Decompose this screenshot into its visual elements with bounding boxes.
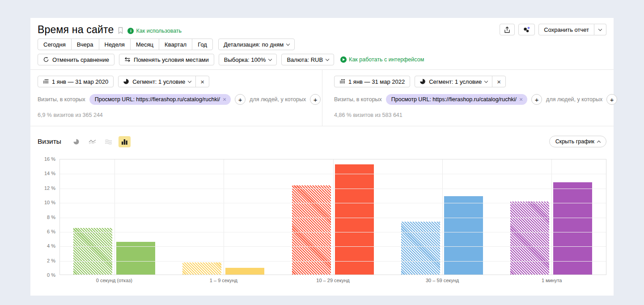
x-category-label: 10 – 29 секунд [278,278,388,283]
people-condition-label: для людей, у которых [250,96,306,103]
filter-remove-icon[interactable]: × [223,96,226,103]
chart-groups [60,159,606,275]
compare-panel: 1 янв — 31 мар 2020 Сегмент: 1 условие ×… [30,70,322,126]
period-tab-2[interactable]: Вчера [71,39,99,50]
goals-icon [523,26,530,33]
period-tab-6[interactable]: Год [192,39,213,50]
y-tick-label: 4 % [47,243,55,249]
period-tabs: СегодняВчераНеделяМесяцКварталГод [38,39,213,50]
sampling-button[interactable]: Выборка: 100% [219,54,277,65]
detail-dropdown-button[interactable]: Детализация: по дням [218,39,295,50]
panel-stats: 6,9 % визитов из 365 244 [38,112,315,118]
compare-panel: 1 янв — 31 мар 2022 Сегмент: 1 условие ×… [322,70,614,126]
bookmark-icon[interactable] [118,27,123,34]
report-card: Время на сайте i Как использовать [30,18,614,296]
filter-pill[interactable]: Просмотр URL: https://fierashop.ru/catal… [386,94,527,105]
period-row: СегодняВчераНеделяМесяцКварталГод Детали… [30,39,614,50]
filter-pill-label: Просмотр URL: https://fierashop.ru/catal… [391,96,517,103]
save-report-button[interactable]: Сохранить отчет [538,24,594,35]
segment-button[interactable]: Сегмент: 1 условие [119,76,195,87]
area-chart-icon[interactable] [102,136,114,147]
chevron-down-icon [484,79,488,82]
period-tab-4[interactable]: Месяц [130,39,159,50]
add-visit-condition-button[interactable]: + [235,94,246,105]
chart-y-axis: 16 %14 %12 %10 %8 %6 %4 %2 %0 % [38,159,59,275]
bar-solid [444,196,483,275]
save-report-dropdown-button[interactable] [594,24,606,35]
h-gridline [60,246,606,247]
v-gridline [114,159,115,275]
chart-header: Визиты Скрыть график [30,136,614,147]
segment-remove-button[interactable]: × [492,76,505,87]
chart-x-labels: 0 секунд (отказ)1 – 9 секунд10 – 29 секу… [59,278,606,294]
line-chart-icon[interactable] [86,136,98,147]
x-category-label: 1 минута [497,278,606,283]
swap-conditions-button[interactable]: Поменять условия местами [119,54,214,65]
y-tick-label: 8 % [47,215,55,220]
h-gridline [60,189,606,189]
period-tab-1[interactable]: Сегодня [38,39,72,50]
bar-hatched [401,222,440,275]
x-category-label: 0 секунд (отказ) [59,278,169,283]
currency-button[interactable]: Валюта: RUB [281,54,334,65]
visits-condition-label: Визиты, в которых [334,96,382,103]
v-gridline [551,159,552,275]
period-tab-5[interactable]: Квартал [159,39,192,50]
y-tick-label: 2 % [47,258,55,263]
filter-pill[interactable]: Просмотр URL: https://fierashop.ru/catal… [89,94,231,105]
bar-hatched [73,228,112,275]
chart-title: Визиты [38,137,61,146]
bar-hatched [182,262,221,275]
hide-chart-button[interactable]: Скрыть график [549,136,606,147]
goals-button[interactable] [518,24,535,35]
add-people-condition-button[interactable]: + [606,94,617,105]
chevron-down-icon [268,57,272,60]
bar-chart-icon[interactable] [119,136,131,147]
period-tab-3[interactable]: Неделя [99,39,131,50]
y-tick-label: 12 % [44,185,55,191]
how-to-use-link[interactable]: i Как использовать [127,28,182,34]
segment-control: Сегмент: 1 условие × [415,76,506,87]
export-button[interactable] [500,24,515,35]
x-category-label: 1 – 9 секунд [169,278,279,283]
y-tick-label: 16 % [44,156,55,162]
segment-label: Сегмент: 1 условие [132,78,185,85]
add-visit-condition-button[interactable]: + [531,94,542,105]
h-gridline [60,218,606,218]
chevron-down-icon [286,42,290,45]
pie-chart-icon[interactable] [70,136,82,147]
cancel-compare-button[interactable]: Отменить сравнение [38,54,114,65]
interface-help-link[interactable]: Как работать с интерфейсом [340,56,424,63]
chart-type-switcher [70,136,131,147]
segment-pie-icon [123,78,129,85]
info-icon: i [127,28,134,34]
h-gridline [60,261,606,262]
y-tick-label: 10 % [44,200,55,205]
chevron-up-icon [597,141,601,144]
category-group [497,159,606,275]
date-range-label: 1 янв — 31 мар 2022 [348,78,405,85]
panel-stats: 4,86 % визитов из 583 641 [334,112,606,118]
add-people-condition-button[interactable]: + [310,94,321,105]
x-category-label: 30 – 59 секунд [388,278,497,283]
close-icon: × [497,78,501,85]
segment-pie-icon [419,78,426,85]
filter-remove-icon[interactable]: × [519,96,523,103]
date-range-button[interactable]: 1 янв — 31 мар 2022 [334,76,410,87]
visits-chart: 16 %14 %12 %10 %8 %6 %4 %2 %0 % 0 секунд… [30,159,614,294]
v-gridline [442,159,443,275]
bar-solid [335,164,374,275]
h-gridline [60,203,606,203]
segment-button[interactable]: Сегмент: 1 условие [415,76,492,87]
swap-icon [124,57,131,62]
people-condition-label: для людей, у которых [546,96,602,103]
report-header: Время на сайте i Как использовать [30,18,614,36]
bar-solid [225,268,264,275]
category-group [60,159,169,275]
date-range-button[interactable]: 1 янв — 31 мар 2020 [38,76,114,87]
segment-remove-button[interactable]: × [195,76,209,87]
page-title: Время на сайте [38,24,114,36]
chevron-down-icon [598,27,602,30]
divider [30,126,614,126]
category-group [169,159,278,275]
